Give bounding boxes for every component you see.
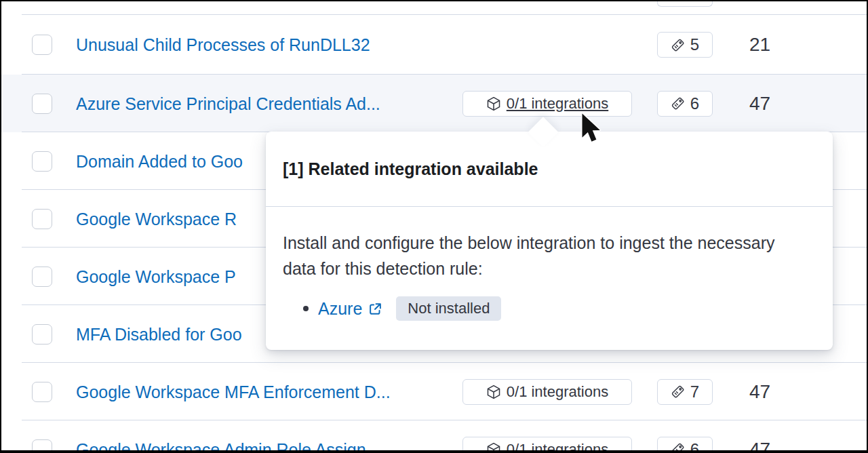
mouse-cursor xyxy=(579,113,602,149)
integrations-badge[interactable]: 0/1 integrations xyxy=(462,437,632,453)
tags-badge[interactable]: 7 xyxy=(657,379,713,405)
table-row-hovered[interactable]: Azure Service Principal Credentials Ad..… xyxy=(1,75,867,132)
integrations-badge[interactable]: 0/1 integrations xyxy=(462,379,632,405)
rule-count: 47 xyxy=(749,93,770,115)
rule-name-link[interactable]: Unusual Child Processes of RunDLL32 xyxy=(76,35,370,55)
package-cube-icon xyxy=(486,442,501,453)
tags-badge[interactable]: 6 xyxy=(657,437,713,453)
bullet-point xyxy=(303,306,309,311)
table-row[interactable]: Google Workspace MFA Enforcement D... 0/… xyxy=(1,363,867,420)
rule-name-link[interactable]: Domain Added to Goo xyxy=(76,151,243,171)
popover-description: Install and configure the below integrat… xyxy=(283,230,798,281)
tags-count: 5 xyxy=(690,35,699,54)
row-checkbox[interactable] xyxy=(32,94,52,114)
rule-count: 47 xyxy=(749,439,770,453)
table-row[interactable]: Google Workspace Admin Role Assign 0/1 i… xyxy=(1,420,867,453)
integrations-label: 0/1 integrations xyxy=(507,441,608,453)
integrations-badge[interactable]: 0/1 integrations xyxy=(462,91,632,117)
tags-badge[interactable]: 6 xyxy=(657,91,713,117)
rule-count: 21 xyxy=(749,34,770,56)
popover-title: [1] Related integration available xyxy=(266,132,833,207)
tags-count: 6 xyxy=(690,94,699,113)
package-cube-icon xyxy=(486,96,501,111)
row-checkbox[interactable] xyxy=(32,35,52,55)
rule-name-link[interactable]: MFA Disabled for Goo xyxy=(76,324,242,344)
install-status-badge: Not installed xyxy=(396,296,501,321)
pricetag-icon xyxy=(671,38,685,52)
row-checkbox[interactable] xyxy=(32,382,52,402)
row-checkbox[interactable] xyxy=(32,151,52,172)
package-cube-icon xyxy=(486,385,501,399)
tags-count: 7 xyxy=(690,382,699,401)
detection-rules-table-screenshot: Unusual Child Processes of RunDLL32 5 21… xyxy=(0,0,868,453)
tag-badge-partial xyxy=(657,1,713,7)
row-checkbox[interactable] xyxy=(32,324,52,344)
row-checkbox[interactable] xyxy=(32,439,52,453)
pricetag-icon xyxy=(671,442,685,453)
rule-name-link[interactable]: Azure Service Principal Credentials Ad..… xyxy=(76,94,380,113)
row-checkbox[interactable] xyxy=(32,209,52,229)
rule-count: 47 xyxy=(749,381,770,403)
external-link-icon xyxy=(368,302,382,316)
table-row-partial-top xyxy=(1,1,867,15)
pricetag-icon xyxy=(671,96,685,111)
related-integrations-popover: [1] Related integration available Instal… xyxy=(266,132,833,350)
row-checkbox[interactable] xyxy=(32,267,52,287)
rule-name-link[interactable]: Google Workspace MFA Enforcement D... xyxy=(76,382,391,401)
integrations-label: 0/1 integrations xyxy=(507,95,608,113)
tags-badge[interactable]: 5 xyxy=(657,32,713,58)
tags-count: 6 xyxy=(690,440,699,453)
integrations-label: 0/1 integrations xyxy=(507,383,608,401)
rule-name-link[interactable]: Google Workspace P xyxy=(76,267,236,286)
table-row[interactable]: Unusual Child Processes of RunDLL32 5 21 xyxy=(1,15,867,75)
integration-link[interactable]: Azure xyxy=(318,299,382,319)
rule-name-link[interactable]: Google Workspace Admin Role Assign xyxy=(76,439,366,453)
pricetag-icon xyxy=(671,385,685,399)
integration-link-label: Azure xyxy=(318,299,362,319)
rule-name-link[interactable]: Google Workspace R xyxy=(76,209,237,229)
integration-list-item: Azure Not installed xyxy=(303,296,816,321)
